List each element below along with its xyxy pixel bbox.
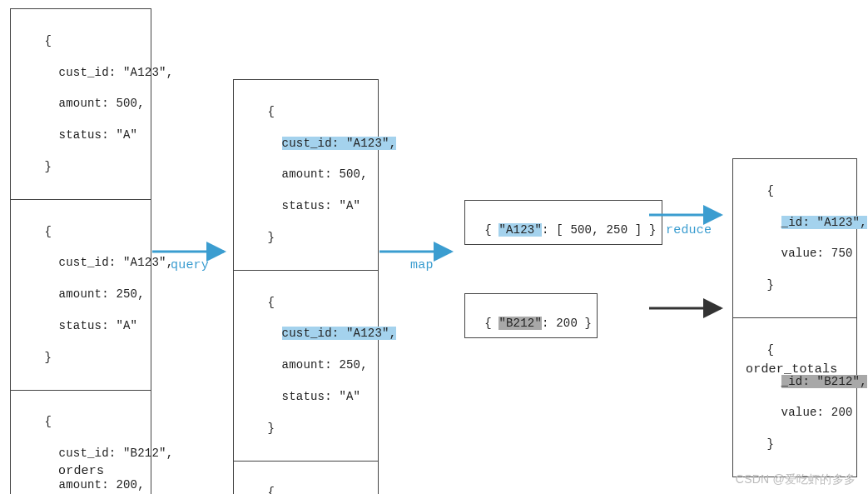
highlight-cust-id: cust_id: "A123", (282, 137, 397, 150)
query-label: query (171, 258, 209, 272)
highlight-cust-id: cust_id: "A123", (282, 327, 397, 340)
queried-column: { cust_id: "A123", amount: 500, status: … (233, 79, 379, 494)
order-cell: { cust_id: "B212", amount: 200, status: … (11, 391, 151, 494)
mapped-entry: { "B212": 200 } (464, 293, 598, 338)
queried-cell: { cust_id: "A123", amount: 500, status: … (234, 80, 378, 271)
order-cell: { cust_id: "A123", amount: 250, status: … (11, 200, 151, 391)
order-totals-label: order_totals (746, 362, 837, 377)
highlight-key: "B212" (498, 317, 542, 330)
map-label: map (410, 258, 434, 272)
highlight-key: "A123" (498, 223, 542, 237)
orders-column: { cust_id: "A123", amount: 500, status: … (10, 8, 151, 494)
reduce-label: reduce (666, 223, 712, 237)
order-totals-column: { _id: "A123", value: 750 } { _id: "B212… (732, 158, 857, 477)
total-cell: { _id: "B212", value: 200 } (733, 318, 856, 477)
highlight-id: _id: "B212", (781, 375, 867, 388)
total-cell: { _id: "A123", value: 750 } (733, 159, 856, 318)
highlight-id: _id: "A123", (781, 216, 867, 229)
order-cell: { cust_id: "A123", amount: 500, status: … (11, 9, 151, 200)
queried-cell: { cust_id: "A123", amount: 250, status: … (234, 271, 378, 462)
watermark: CSDN @爱吃虾的多多 (736, 472, 856, 487)
queried-cell: { cust_id: "B212", amount: 200, status: … (234, 462, 378, 494)
mapped-entry: { "A123": [ 500, 250 ] } (464, 200, 662, 245)
orders-label: orders (58, 464, 104, 478)
